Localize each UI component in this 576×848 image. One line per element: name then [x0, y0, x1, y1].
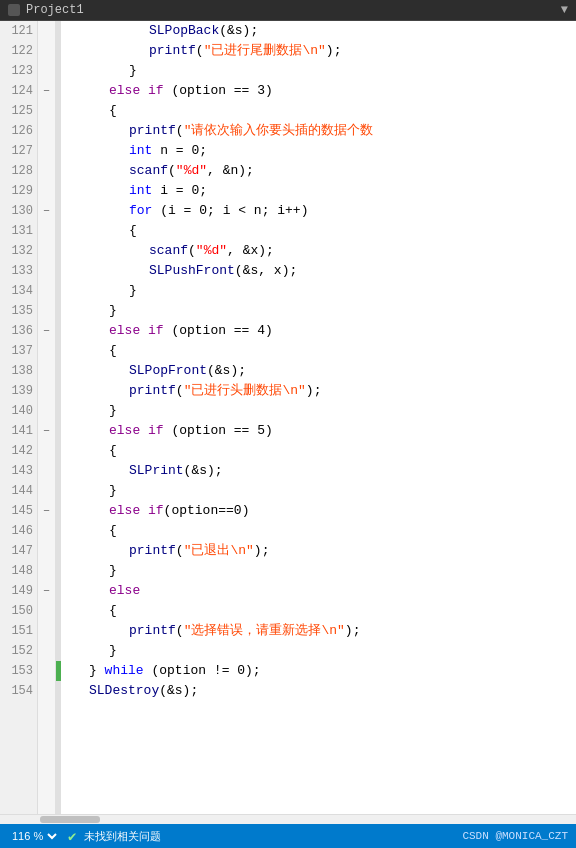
- line-number: 138: [0, 361, 37, 381]
- fold-cell: [38, 41, 55, 61]
- code-line: {: [69, 441, 576, 461]
- code-line: {: [69, 221, 576, 241]
- code-line: printf("已进行尾删数据\n");: [69, 41, 576, 61]
- fold-cell[interactable]: −: [38, 581, 55, 601]
- line-number: 132: [0, 241, 37, 261]
- scrollbar-thumb[interactable]: [40, 816, 100, 823]
- line-number: 140: [0, 401, 37, 421]
- code-line: int n = 0;: [69, 141, 576, 161]
- code-lines[interactable]: SLPopBack(&s);printf("已进行尾删数据\n");}else …: [61, 21, 576, 814]
- line-number: 142: [0, 441, 37, 461]
- line-number: 152: [0, 641, 37, 661]
- line-number: 131: [0, 221, 37, 241]
- line-number: 147: [0, 541, 37, 561]
- code-line: for (i = 0; i < n; i++): [69, 201, 576, 221]
- code-line: scanf("%d", &x);: [69, 241, 576, 261]
- code-line: {: [69, 601, 576, 621]
- code-line: printf("已进行头删数据\n");: [69, 381, 576, 401]
- fold-cell[interactable]: −: [38, 501, 55, 521]
- line-number: 139: [0, 381, 37, 401]
- code-line: {: [69, 101, 576, 121]
- fold-cell: [38, 221, 55, 241]
- line-number: 153: [0, 661, 37, 681]
- line-number: 134: [0, 281, 37, 301]
- status-icon: ✔: [68, 828, 76, 845]
- fold-cell: [38, 521, 55, 541]
- fold-cell: [38, 301, 55, 321]
- fold-cell[interactable]: −: [38, 81, 55, 101]
- fold-cell: [38, 601, 55, 621]
- fold-cell: [38, 261, 55, 281]
- line-number: 144: [0, 481, 37, 501]
- line-numbers: 1211221231241251261271281291301311321331…: [0, 21, 38, 814]
- line-number: 146: [0, 521, 37, 541]
- code-line: {: [69, 521, 576, 541]
- zoom-select[interactable]: 116 % 100 % 125 %: [8, 829, 60, 843]
- fold-cell: [38, 441, 55, 461]
- line-number: 123: [0, 61, 37, 81]
- status-right: CSDN @MONICA_CZT: [462, 830, 568, 842]
- line-number: 126: [0, 121, 37, 141]
- fold-cell: [38, 121, 55, 141]
- code-line: }: [69, 641, 576, 661]
- fold-cell: [38, 681, 55, 701]
- line-number: 148: [0, 561, 37, 581]
- title-bar-dropdown-icon[interactable]: ▼: [561, 3, 568, 17]
- line-number: 125: [0, 101, 37, 121]
- line-number: 151: [0, 621, 37, 641]
- line-number: 130: [0, 201, 37, 221]
- fold-cell: [38, 361, 55, 381]
- code-line: scanf("%d", &n);: [69, 161, 576, 181]
- fold-cell: [38, 661, 55, 681]
- title-bar-icon: [8, 4, 20, 16]
- code-line: int i = 0;: [69, 181, 576, 201]
- code-line: } while (option != 0);: [69, 661, 576, 681]
- line-number: 128: [0, 161, 37, 181]
- line-number: 133: [0, 261, 37, 281]
- fold-cell: [38, 181, 55, 201]
- code-line: SLPopBack(&s);: [69, 21, 576, 41]
- code-line: printf("已退出\n");: [69, 541, 576, 561]
- code-area: 1211221231241251261271281291301311321331…: [0, 21, 576, 824]
- status-left: 116 % 100 % 125 % ✔ 未找到相关问题: [8, 828, 161, 845]
- code-line: SLPrint(&s);: [69, 461, 576, 481]
- code-line: SLDestroy(&s);: [69, 681, 576, 701]
- fold-cell: [38, 241, 55, 261]
- code-line: }: [69, 281, 576, 301]
- code-line: else if (option == 3): [69, 81, 576, 101]
- code-content: 1211221231241251261271281291301311321331…: [0, 21, 576, 814]
- fold-cell[interactable]: −: [38, 421, 55, 441]
- fold-cell: [38, 141, 55, 161]
- code-line: printf("请依次输入你要头插的数据个数: [69, 121, 576, 141]
- line-number: 150: [0, 601, 37, 621]
- status-text: 未找到相关问题: [84, 829, 161, 844]
- code-line: }: [69, 61, 576, 81]
- code-line: SLPopFront(&s);: [69, 361, 576, 381]
- fold-cell[interactable]: −: [38, 321, 55, 341]
- fold-cell: [38, 481, 55, 501]
- code-line: }: [69, 401, 576, 421]
- line-number: 127: [0, 141, 37, 161]
- horizontal-scrollbar[interactable]: [0, 814, 576, 824]
- fold-cell: [38, 341, 55, 361]
- code-line: else if (option == 5): [69, 421, 576, 441]
- code-line: else if (option == 4): [69, 321, 576, 341]
- fold-cell: [38, 21, 55, 41]
- line-number: 122: [0, 41, 37, 61]
- code-line: }: [69, 561, 576, 581]
- line-number: 135: [0, 301, 37, 321]
- code-line: {: [69, 341, 576, 361]
- fold-cell[interactable]: −: [38, 201, 55, 221]
- code-line: }: [69, 301, 576, 321]
- fold-cell: [38, 541, 55, 561]
- fold-cell: [38, 561, 55, 581]
- line-number: 145: [0, 501, 37, 521]
- fold-cell: [38, 401, 55, 421]
- title-bar: Project1 ▼: [0, 0, 576, 21]
- fold-cell: [38, 281, 55, 301]
- fold-gutter: −−−−−−: [38, 21, 56, 814]
- line-number: 124: [0, 81, 37, 101]
- line-number: 149: [0, 581, 37, 601]
- code-line: }: [69, 481, 576, 501]
- line-number: 143: [0, 461, 37, 481]
